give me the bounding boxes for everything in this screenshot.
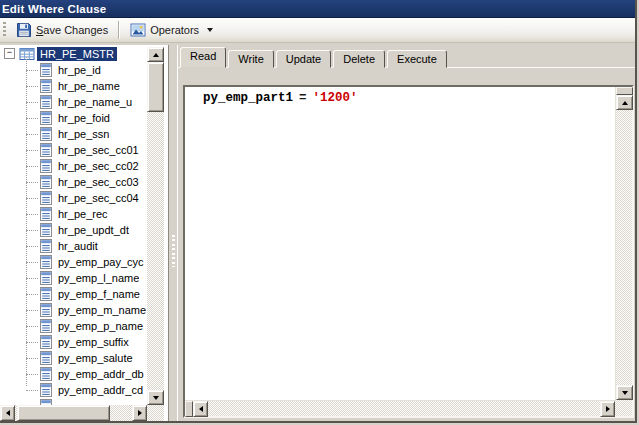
tree-field-item[interactable]: hr_pe_name — [0, 78, 147, 94]
tree-field-item-partial[interactable] — [0, 398, 147, 405]
tree-connector — [26, 246, 38, 247]
where-clause-tab-control: Read Write Update Delete Execute py_emp_… — [178, 45, 635, 421]
scroll-right-button[interactable] — [132, 405, 147, 421]
editor-vertical-scrollbar[interactable] — [615, 87, 632, 400]
tree-connector — [26, 118, 38, 119]
tree-connector — [26, 326, 38, 327]
tree-connector — [26, 198, 38, 199]
scroll-thumb[interactable] — [147, 62, 164, 112]
scroll-right-button[interactable] — [600, 401, 615, 417]
tree-connector — [26, 230, 38, 231]
tree-field-item[interactable]: py_emp_p_name — [0, 318, 147, 334]
tree-field-item[interactable]: py_emp_addr_db — [0, 366, 147, 382]
tree-field-label: py_emp_addr_db — [58, 368, 144, 380]
scroll-track[interactable] — [616, 110, 632, 385]
tree-field-item[interactable]: hr_pe_foid — [0, 110, 147, 126]
where-clause-editor[interactable]: py_emp_part1='1200' — [183, 85, 634, 418]
tree-field-label: py_emp_f_name — [58, 288, 140, 300]
tab-read[interactable]: Read — [180, 47, 226, 68]
tree-root-label[interactable]: HR_PE_MSTR — [37, 47, 117, 61]
scroll-down-button[interactable] — [616, 385, 633, 400]
tree-connector — [26, 342, 38, 343]
tab-delete[interactable]: Delete — [333, 50, 385, 68]
tree-field-item[interactable]: hr_pe_id — [0, 62, 147, 78]
tree-field-item[interactable]: py_emp_f_name — [0, 286, 147, 302]
code-value: '1200' — [313, 91, 358, 105]
tree-connector — [26, 294, 38, 295]
where-clause-text[interactable]: py_emp_part1='1200' — [185, 87, 615, 400]
tree-field-item[interactable]: hr_pe_name_u — [0, 94, 147, 110]
tree-field-item[interactable]: hr_pe_sec_cc02 — [0, 158, 147, 174]
tree-field-label: py_emp_pay_cyc — [58, 256, 144, 268]
tree-field-item[interactable]: py_emp_salute — [0, 350, 147, 366]
splitter-grip-icon — [172, 235, 175, 267]
save-changes-label: Save Changes — [36, 24, 108, 36]
field-icon — [40, 287, 52, 301]
scroll-down-button[interactable] — [147, 390, 164, 405]
tree-connector — [26, 374, 38, 375]
tree-connector — [26, 358, 38, 359]
tab-execute[interactable]: Execute — [387, 50, 447, 68]
field-icon — [40, 223, 52, 237]
tree-field-item[interactable]: hr_audit — [0, 238, 147, 254]
scroll-left-button[interactable] — [193, 401, 208, 417]
scroll-track[interactable] — [208, 401, 600, 416]
title-bar[interactable]: Edit Where Clause — [0, 0, 635, 18]
tree-field-label: py_emp_p_name — [58, 320, 143, 332]
save-changes-button[interactable]: Save Changes — [10, 19, 114, 41]
tree-field-label: py_emp_addr_cd — [58, 384, 143, 396]
tree-field-label: hr_pe_updt_dt — [58, 224, 129, 236]
scroll-thumb[interactable] — [17, 405, 110, 421]
tree-field-item[interactable]: hr_pe_sec_cc03 — [0, 174, 147, 190]
field-icon — [40, 335, 52, 349]
scroll-track[interactable] — [15, 405, 132, 421]
editor-horizontal-scrollbar[interactable] — [185, 400, 615, 416]
tree-field-item[interactable]: py_emp_addr_cd — [0, 382, 147, 398]
operators-icon — [130, 22, 146, 38]
field-icon — [40, 383, 52, 397]
tree-horizontal-scrollbar[interactable] — [0, 405, 147, 421]
tree-connector — [26, 134, 38, 135]
tree-connector — [26, 166, 38, 167]
collapse-minus-icon[interactable]: − — [4, 48, 15, 59]
tree-field-item[interactable]: hr_pe_updt_dt — [0, 222, 147, 238]
tree-connector — [26, 214, 38, 215]
scrollbar-corner — [147, 405, 164, 421]
field-icon — [40, 191, 52, 205]
scroll-up-button[interactable] — [616, 95, 633, 110]
tree-vertical-scrollbar[interactable] — [147, 47, 164, 405]
tree-field-item[interactable]: hr_pe_sec_cc04 — [0, 190, 147, 206]
edit-where-clause-dialog: Edit Where Clause Save Changes — [0, 0, 639, 425]
tree-field-item[interactable]: hr_pe_sec_cc01 — [0, 142, 147, 158]
fields-tree: − HR_PE_MSTR — [0, 45, 147, 405]
tab-update[interactable]: Update — [276, 50, 331, 68]
tree-connector — [26, 182, 38, 183]
toolbar-separator — [118, 21, 120, 39]
window-title: Edit Where Clause — [2, 3, 106, 15]
panel-splitter[interactable] — [168, 45, 178, 421]
scroll-left-button[interactable] — [0, 405, 15, 421]
tree-field-label: hr_pe_sec_cc03 — [58, 176, 139, 188]
tree-field-item[interactable]: hr_pe_rec — [0, 206, 147, 222]
tree-field-label: hr_pe_name — [58, 80, 120, 92]
tree-field-item[interactable]: py_emp_l_name — [0, 270, 147, 286]
scroll-up-button[interactable] — [147, 47, 164, 62]
toolbar-gripper[interactable] — [3, 22, 6, 38]
tree-field-item[interactable]: py_emp_pay_cyc — [0, 254, 147, 270]
tab-write[interactable]: Write — [228, 50, 273, 68]
tree-field-item[interactable]: hr_pe_ssn — [0, 126, 147, 142]
tree-field-label: hr_pe_id — [58, 64, 101, 76]
tree-field-label: hr_pe_rec — [58, 208, 108, 220]
operators-button[interactable]: Operators — [124, 19, 219, 41]
scroll-track[interactable] — [147, 62, 164, 390]
tree-field-item[interactable]: py_emp_suffix — [0, 334, 147, 350]
scrollbar-split-box[interactable] — [616, 87, 633, 95]
toolbar: Save Changes Operators — [0, 18, 635, 43]
scrollbar-split-box[interactable] — [185, 401, 193, 417]
dialog-window: Edit Where Clause Save Changes — [0, 0, 637, 423]
tree-field-item[interactable]: py_emp_m_name — [0, 302, 147, 318]
tree-root-node[interactable]: − HR_PE_MSTR — [0, 45, 147, 62]
field-icon — [40, 175, 52, 189]
tree-field-label: hr_pe_sec_cc02 — [58, 160, 139, 172]
code-field-name: py_emp_part1 — [203, 91, 293, 105]
